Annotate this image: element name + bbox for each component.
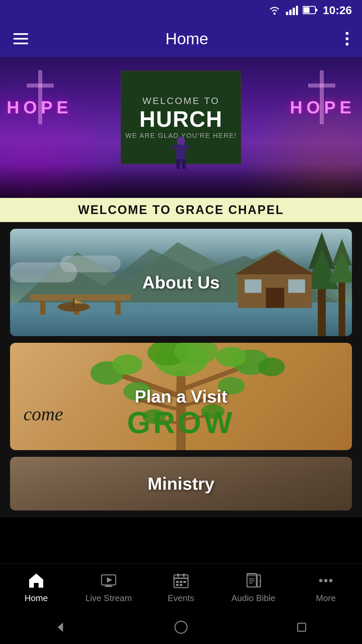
vertical-dots-button[interactable] [346,32,349,46]
ministry-card[interactable]: Ministry [10,457,352,511]
about-us-card[interactable]: About Us [10,229,352,336]
hero-banner: HOPE HOPE WELCOME TO HURCH WE ARE GLAD Y… [0,57,362,198]
nav-item-events[interactable]: Events [145,571,217,603]
svg-rect-6 [315,9,317,11]
svg-rect-30 [115,301,121,315]
svg-marker-82 [58,623,63,632]
svg-marker-33 [74,299,84,304]
signal-icon [286,5,298,15]
android-home-button[interactable] [171,617,191,637]
welcome-to-text: WELCOME TO [125,96,237,106]
ministry-label: Ministry [147,474,214,494]
wifi-icon [268,5,281,15]
svg-point-81 [329,579,333,582]
svg-rect-3 [293,8,295,15]
boat [57,295,90,313]
svg-rect-68 [180,581,182,583]
cabin [231,248,318,309]
svg-point-48 [112,355,142,375]
bottom-navigation: Home Live Stream [0,564,362,610]
svg-rect-65 [177,574,179,577]
status-icons: 10:26 [268,4,352,17]
svg-rect-15 [182,159,186,169]
come-text: come [23,403,63,425]
nav-label-live-stream: Live Stream [85,593,132,603]
svg-rect-69 [183,581,186,583]
welcome-banner: WELCOME TO GRACE CHAPEL [0,198,362,222]
nav-item-more[interactable]: More [290,571,362,603]
status-time: 10:26 [323,4,352,17]
svg-point-79 [319,579,322,582]
app-header: Home [0,20,362,57]
svg-rect-2 [289,10,292,15]
nav-label-home: Home [24,593,48,603]
svg-rect-1 [286,12,288,15]
svg-point-0 [274,13,276,15]
grow-text: GROW [127,406,235,440]
page-title: Home [165,30,208,48]
svg-point-83 [175,621,187,633]
svg-point-12 [177,137,185,146]
svg-rect-21 [60,256,121,272]
svg-point-50 [216,347,246,367]
more-dots-nav-icon [316,571,336,590]
welcome-banner-text: WELCOME TO GRACE CHAPEL [78,203,284,217]
nav-label-events: Events [168,593,194,603]
cross-left [27,70,54,125]
svg-rect-67 [176,581,179,583]
svg-rect-26 [266,288,284,308]
cross-right [308,70,335,125]
live-stream-icon [99,571,118,590]
svg-rect-24 [245,279,261,293]
svg-rect-70 [176,584,179,586]
svg-rect-7 [304,7,310,13]
plan-a-visit-label: Plan a Visit [135,386,228,407]
svg-rect-10 [320,70,323,124]
android-nav-bar [0,610,362,644]
nav-item-home[interactable]: Home [0,571,72,603]
content-area: About Us [0,222,362,517]
svg-rect-36 [318,289,326,336]
nav-label-audio-bible: Audio Bible [231,593,276,603]
events-icon [171,571,191,590]
svg-marker-60 [107,577,112,583]
svg-rect-25 [288,279,305,293]
android-back-button[interactable] [50,617,70,637]
svg-rect-32 [73,299,74,308]
svg-rect-9 [27,84,54,87]
svg-rect-4 [296,6,298,15]
android-recent-button[interactable] [292,617,312,637]
svg-rect-71 [180,584,182,586]
svg-rect-14 [176,159,180,169]
svg-point-51 [258,358,285,376]
church-text: HURCH [125,106,237,132]
nav-item-audio-bible[interactable]: + Audio Bible [217,571,290,603]
svg-rect-62 [108,585,110,586]
svg-rect-8 [39,70,42,124]
hamburger-menu-button[interactable] [13,33,28,44]
svg-rect-28 [40,301,46,315]
status-bar: 10:26 [0,0,362,20]
svg-text:+: + [258,579,260,583]
svg-rect-84 [298,623,306,631]
svg-rect-73 [247,574,256,576]
nav-item-live-stream[interactable]: Live Stream [72,571,145,603]
svg-rect-66 [183,574,185,577]
audio-bible-icon: + [244,571,263,590]
plan-a-visit-card[interactable]: come GROW Plan a Visit [10,343,352,450]
svg-rect-39 [339,282,345,336]
svg-marker-22 [235,251,315,274]
svg-point-80 [324,579,327,582]
battery-icon [303,6,318,14]
svg-rect-13 [176,145,186,161]
svg-rect-11 [308,84,335,87]
svg-rect-64 [174,578,188,579]
home-icon [26,571,46,590]
nav-label-more: More [316,593,336,603]
preacher-figure [171,133,191,171]
about-us-label: About Us [142,272,220,292]
